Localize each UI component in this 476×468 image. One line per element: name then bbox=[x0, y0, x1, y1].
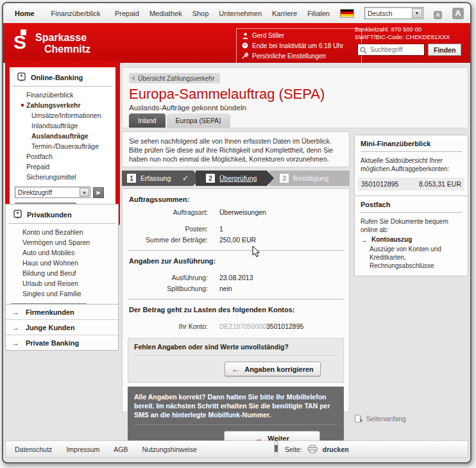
iban-suffix: 3501012895 bbox=[266, 322, 303, 330]
account-number: 3501012895 bbox=[361, 180, 398, 188]
footer-print-bar: Seite: drucken bbox=[278, 440, 468, 458]
account-balance-row[interactable]: 3501012895 8.053,31 EUR bbox=[358, 178, 464, 190]
sparkasse-logo[interactable]: S Sparkasse Chemnitz bbox=[13, 29, 90, 55]
arrow-right-icon: → bbox=[12, 339, 19, 347]
sidebar-item-firmenkunden[interactable]: → Firmenkunden bbox=[6, 305, 118, 320]
page-title: Europa-Sammelauftrag (SEPA) bbox=[129, 86, 325, 103]
user-session-box: Gerd Stiller Ende bei Inaktivität um 6:1… bbox=[236, 28, 362, 63]
brand-header: S Sparkasse Chemnitz Gerd Stiller Ende b… bbox=[3, 23, 470, 63]
sidebar-item-junge-kunden[interactable]: → Junge Kunden bbox=[6, 320, 118, 335]
sparkasse-s-icon: S bbox=[13, 29, 30, 51]
step-number: 3 bbox=[280, 174, 289, 183]
sidebar-item-auto[interactable]: Auto und Mobiles bbox=[6, 247, 118, 258]
sidebar-item-zahlungsverkehr[interactable]: Zahlungsverkehr bbox=[10, 100, 115, 110]
step-label: Überprüfung bbox=[219, 174, 257, 182]
postfach-description: Rufen Sie Dokumente bequem online ab: bbox=[361, 217, 462, 234]
nav-unternehmen[interactable]: Unternehmen bbox=[219, 10, 262, 17]
swift-code: SWIFT/BIC-Code: CHEKDE81XXX bbox=[355, 33, 450, 41]
sidebar-item-bildung[interactable]: Bildung und Beruf bbox=[6, 268, 118, 278]
page-top-link[interactable]: Seitenanfang bbox=[355, 414, 406, 423]
bank-codes: Bankleitzahl: 870 500 00 SWIFT/BIC-Code:… bbox=[355, 26, 450, 41]
correction-question: Fehlen Angaben oder sind Werte unvollstä… bbox=[134, 343, 337, 356]
arrow-right-icon: → bbox=[12, 308, 19, 316]
step-ueberpruefung[interactable]: 2 Überprüfung bbox=[196, 171, 274, 186]
privatkunden-icon bbox=[13, 210, 22, 219]
tab-europa-sepa[interactable]: Europa (SEPA) bbox=[167, 113, 230, 128]
sidebar-item-postfach[interactable]: Postfach bbox=[10, 151, 115, 162]
nav-karriere[interactable]: Karriere bbox=[272, 10, 297, 17]
step-label: Erfassung bbox=[140, 174, 171, 182]
sidebar-item-sicherungsmittel[interactable]: Sicherungsmittel bbox=[10, 172, 115, 182]
confirm-text: Alle Angaben korrekt? Dann halten Sie bi… bbox=[134, 392, 337, 425]
mini-finanzueberblick-title: Mini-Finanzüberblick bbox=[361, 140, 462, 152]
sidebar-item-prepaid[interactable]: Prepaid bbox=[10, 162, 115, 172]
step-erfassung[interactable]: 1 Erfassung ✓ bbox=[122, 171, 200, 186]
nav-shop[interactable]: Shop bbox=[192, 10, 209, 17]
footer-nutzungshinweise[interactable]: Nutzungshinweise bbox=[142, 446, 197, 453]
arrow-right-icon: → bbox=[361, 236, 368, 244]
search-icon bbox=[360, 44, 368, 56]
intro-text-box: Sie sehen nachfolgend alle von Ihnen erf… bbox=[122, 131, 350, 167]
session-timeout: Ende bei Inaktivität um 6:18 Uhr bbox=[252, 42, 343, 49]
arrow-left-icon: ← bbox=[232, 365, 239, 374]
nav-prepaid[interactable]: Prepaid bbox=[115, 10, 139, 17]
red-bullet-icon bbox=[21, 104, 24, 106]
step-number: 1 bbox=[127, 174, 136, 183]
summary-row-auftragsart: Auftragsart:Überweisungen bbox=[128, 208, 344, 216]
language-select[interactable]: Deutsch ▼ bbox=[364, 7, 423, 19]
arrow-right-icon: → bbox=[12, 324, 19, 331]
font-size-small-button[interactable]: A bbox=[434, 11, 442, 19]
personal-settings-link[interactable]: Persönliche Einstellungen bbox=[242, 53, 356, 60]
sidebar-item-vermoegen[interactable]: Vermögen und Sparen bbox=[6, 237, 118, 247]
privatkunden-title: Privatkunden bbox=[27, 211, 72, 219]
section-divider bbox=[128, 250, 344, 251]
chevron-down-icon[interactable]: ▼ bbox=[412, 8, 422, 18]
personal-settings-label: Persönliche Einstellungen bbox=[252, 53, 326, 60]
account-heading: Der Betrag geht zu Lasten des folgenden … bbox=[129, 306, 344, 313]
page-up-icon bbox=[355, 414, 362, 423]
footer-impressum[interactable]: Impressum bbox=[66, 446, 99, 453]
summary-row-summe: Summe der Beträge:250,00 EUR bbox=[128, 236, 344, 244]
print-link[interactable]: drucken bbox=[323, 446, 349, 453]
search-input[interactable] bbox=[369, 46, 423, 54]
account-balance: 8.053,31 EUR bbox=[419, 180, 461, 188]
page-header-panel: Übersicht Zahlungsverkehr Europa-Sammela… bbox=[122, 67, 468, 128]
clock-icon bbox=[242, 42, 248, 49]
sidebar-item-umsaetze[interactable]: Umsätze/Informationen bbox=[10, 110, 115, 121]
footer-datenschutz[interactable]: Datenschutz bbox=[15, 446, 52, 453]
page-subtitle: Auslands-Aufträge gekonnt bündeln bbox=[129, 104, 246, 112]
breadcrumb[interactable]: Übersicht Zahlungsverkehr bbox=[129, 73, 220, 83]
execution-row-ausfuehrung: Ausführung:23.08.2013 bbox=[128, 274, 344, 281]
font-size-large-button[interactable]: A bbox=[452, 8, 464, 19]
printer-icon[interactable] bbox=[307, 445, 318, 454]
tab-inland[interactable]: Inland bbox=[129, 113, 166, 128]
german-flag-icon bbox=[340, 9, 354, 18]
nav-finanzueberblick[interactable]: Finanzüberblick bbox=[51, 10, 101, 17]
top-navigation: Home Finanzüberblick Prepaid Mediathek S… bbox=[3, 3, 470, 24]
sidebar-item-auslandsauftraege[interactable]: Auslandsaufträge bbox=[10, 131, 115, 141]
sidebar-item-singles[interactable]: Singles und Familie bbox=[6, 288, 118, 299]
search-field-wrap bbox=[357, 44, 425, 56]
sidebar-item-finanzueberblick[interactable]: Finanzüberblick bbox=[10, 90, 115, 100]
sidebar-item-urlaub[interactable]: Urlaub und Reisen bbox=[6, 278, 118, 288]
sidebar-item-private-banking[interactable]: → Private Banking bbox=[6, 335, 118, 350]
direktzugriff-go-button[interactable]: ▶ bbox=[93, 187, 104, 198]
search-submit-button[interactable]: Finden bbox=[428, 44, 461, 56]
sidebar-item-haus[interactable]: Haus und Wohnen bbox=[6, 258, 118, 268]
direktzugriff-select-value: Direktzugriff bbox=[18, 189, 52, 196]
nav-filialen[interactable]: Filialen bbox=[307, 10, 330, 17]
step-label: Bestätigung bbox=[293, 174, 328, 182]
nav-mediathek[interactable]: Mediathek bbox=[149, 10, 182, 17]
footer-agb[interactable]: AGB bbox=[114, 446, 128, 453]
chevron-down-icon[interactable]: ▼ bbox=[80, 188, 89, 197]
mini-description: Aktuelle Saldoübersicht Ihrer möglichen … bbox=[361, 156, 462, 173]
sidebar-item-konto-bezahlen[interactable]: Konto und Bezahlen bbox=[6, 227, 118, 237]
sidebar-item-terminauftraege[interactable]: Termin-/Daueraufträge bbox=[10, 141, 115, 151]
kontoauszug-link[interactable]: → Kontoauszug bbox=[361, 236, 462, 244]
sidebar-item-inlandsauftraege[interactable]: Inlandsaufträge bbox=[10, 121, 115, 131]
summary-heading: Auftragssummen: bbox=[129, 196, 344, 203]
summary-row-posten: Posten:1 bbox=[128, 225, 344, 233]
nav-home[interactable]: Home bbox=[15, 10, 35, 17]
direktzugriff-select[interactable]: Direktzugriff ▼ bbox=[15, 187, 90, 198]
correct-data-button[interactable]: ← Angaben korrigieren bbox=[225, 362, 321, 376]
